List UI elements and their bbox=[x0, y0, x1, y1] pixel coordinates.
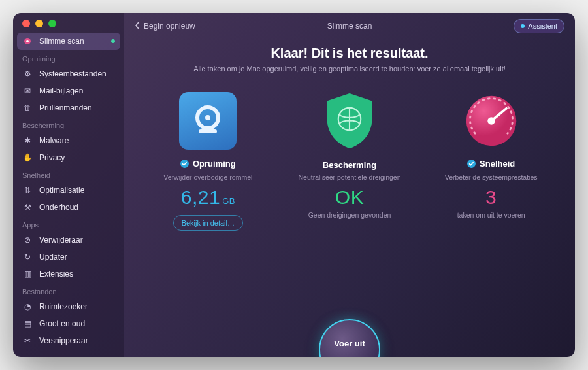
card-protection-head: Bescherming bbox=[323, 160, 376, 170]
system-files-icon: ⚙ bbox=[22, 69, 33, 79]
disk-icon bbox=[179, 92, 237, 150]
main-area: Begin opnieuw Slimme scan Assistent Klaa… bbox=[124, 13, 575, 357]
sidebar-item-label: Systeembestanden bbox=[39, 69, 106, 78]
sidebar-item-extensions[interactable]: ▥Extensies bbox=[13, 265, 124, 282]
card-cleanup-title: Opruiming bbox=[193, 159, 236, 169]
sidebar-item-maintenance[interactable]: ⚒Onderhoud bbox=[13, 199, 124, 216]
close-window[interactable] bbox=[22, 20, 30, 27]
sidebar-item-mail[interactable]: ✉Mail-bijlagen bbox=[13, 82, 124, 99]
card-protection: Bescherming Neutraliseer potentiële drei… bbox=[287, 92, 412, 219]
svg-point-1 bbox=[26, 40, 29, 42]
sidebar-item-label: Prullenmanden bbox=[39, 103, 92, 112]
card-speed: Snelheid Verbeter de systeemprestaties 3… bbox=[429, 92, 553, 219]
card-protection-footer: Geen dreigingen gevonden bbox=[287, 211, 412, 219]
sidebar-item-label: Mail-bijlagen bbox=[39, 86, 83, 95]
sidebar-item-space[interactable]: ◔Ruimtezoeker bbox=[13, 298, 124, 315]
uninstaller-icon: ⊘ bbox=[22, 235, 33, 245]
sidebar-item-label: Extensies bbox=[39, 269, 73, 278]
sidebar-group-label: Bestanden bbox=[13, 282, 124, 298]
card-cleanup-value: 6,21GB bbox=[146, 186, 270, 209]
card-speed-title: Snelheid bbox=[480, 159, 515, 169]
run-button-wrap: Voer uit bbox=[319, 319, 380, 357]
card-cleanup-subtitle: Verwijder overbodige rommel bbox=[146, 173, 270, 182]
svg-point-3 bbox=[205, 115, 210, 120]
result-cards: Opruiming Verwijder overbodige rommel 6,… bbox=[124, 92, 575, 231]
card-cleanup: Opruiming Verwijder overbodige rommel 6,… bbox=[146, 92, 270, 231]
sidebar-group-label: Apps bbox=[13, 216, 124, 231]
run-button[interactable]: Voer uit bbox=[319, 319, 380, 357]
sidebar-item-label: Malware bbox=[39, 136, 69, 145]
window-controls bbox=[22, 20, 56, 27]
app-window: Slimme scan Opruiming⚙Systeembestanden✉M… bbox=[13, 13, 575, 357]
sidebar-item-label: Privacy bbox=[39, 153, 65, 162]
minimize-window[interactable] bbox=[35, 20, 43, 27]
sidebar-item-label: Onderhoud bbox=[39, 203, 78, 212]
cleanup-detail-button[interactable]: Bekijk in detail… bbox=[173, 215, 243, 231]
svg-point-9 bbox=[487, 117, 495, 124]
trash-icon: 🗑 bbox=[22, 103, 33, 113]
maximize-window[interactable] bbox=[48, 20, 56, 27]
sidebar-item-large[interactable]: ▤Groot en oud bbox=[13, 315, 124, 332]
card-speed-footer: taken om uit te voeren bbox=[429, 211, 553, 219]
speedometer-icon bbox=[463, 92, 520, 150]
sidebar-item-shredder[interactable]: ✂Versnipperaar bbox=[13, 332, 124, 349]
optimize-icon: ⇅ bbox=[22, 185, 33, 195]
sidebar-group-label: Bescherming bbox=[13, 116, 124, 132]
sidebar-item-label: Updater bbox=[39, 252, 67, 261]
sidebar-item-label: Slimme scan bbox=[39, 37, 84, 46]
sidebar-item-label: Optimalisatie bbox=[39, 186, 84, 195]
sidebar: Slimme scan Opruiming⚙Systeembestanden✉M… bbox=[13, 13, 124, 357]
assistant-label: Assistent bbox=[528, 22, 557, 30]
sidebar-group-label: Snelheid bbox=[13, 166, 124, 182]
sidebar-item-label: Verwijderaar bbox=[39, 235, 83, 244]
sidebar-item-label: Ruimtezoeker bbox=[39, 302, 88, 311]
top-bar: Begin opnieuw Slimme scan Assistent bbox=[124, 13, 575, 39]
status-dot bbox=[111, 39, 115, 43]
malware-icon: ✱ bbox=[22, 135, 33, 146]
hero-subtitle: Alle taken om je Mac opgeruimd, veilig e… bbox=[144, 65, 555, 73]
assistant-button[interactable]: Assistent bbox=[514, 19, 564, 33]
sidebar-item-updater[interactable]: ↻Updater bbox=[13, 248, 124, 265]
sidebar-group-label: Opruiming bbox=[13, 50, 124, 65]
checkmark-icon bbox=[467, 160, 476, 168]
sidebar-item-privacy[interactable]: ✋Privacy bbox=[13, 149, 124, 166]
back-label: Begin opnieuw bbox=[144, 22, 195, 31]
maintenance-icon: ⚒ bbox=[22, 202, 33, 212]
card-speed-value: 3 bbox=[429, 186, 553, 209]
checkmark-icon bbox=[180, 160, 189, 168]
gauge-icon bbox=[22, 36, 33, 46]
sidebar-item-label: Groot en oud bbox=[39, 319, 85, 328]
shredder-icon: ✂ bbox=[22, 335, 33, 346]
extensions-icon: ▥ bbox=[22, 269, 33, 279]
card-protection-subtitle: Neutraliseer potentiële dreigingen bbox=[287, 173, 412, 182]
back-button[interactable]: Begin opnieuw bbox=[135, 22, 195, 31]
card-cleanup-head: Opruiming bbox=[180, 159, 236, 169]
updater-icon: ↻ bbox=[22, 252, 33, 262]
sidebar-item-system-files[interactable]: ⚙Systeembestanden bbox=[13, 65, 124, 82]
sparkle-icon bbox=[521, 24, 525, 28]
sidebar-item-label: Versnipperaar bbox=[39, 336, 88, 345]
sidebar-item-smart-scan[interactable]: Slimme scan bbox=[17, 33, 120, 50]
large-icon: ▤ bbox=[22, 318, 33, 329]
chevron-left-icon bbox=[135, 22, 140, 31]
hero-title: Klaar! Dit is het resultaat. bbox=[144, 46, 555, 61]
shield-icon bbox=[321, 92, 378, 150]
privacy-icon: ✋ bbox=[22, 152, 33, 163]
hero: Klaar! Dit is het resultaat. Alle taken … bbox=[124, 46, 575, 73]
card-speed-head: Snelheid bbox=[467, 159, 515, 169]
card-speed-subtitle: Verbeter de systeemprestaties bbox=[429, 173, 553, 182]
sidebar-item-optimize[interactable]: ⇅Optimalisatie bbox=[13, 182, 124, 199]
space-icon: ◔ bbox=[22, 301, 33, 312]
card-protection-value: OK bbox=[287, 186, 412, 209]
sidebar-item-trash[interactable]: 🗑Prullenmanden bbox=[13, 99, 124, 116]
page-title: Slimme scan bbox=[327, 22, 372, 31]
card-protection-title: Bescherming bbox=[323, 160, 376, 170]
mail-icon: ✉ bbox=[22, 86, 33, 96]
sidebar-item-uninstaller[interactable]: ⊘Verwijderaar bbox=[13, 231, 124, 248]
svg-rect-4 bbox=[199, 129, 217, 133]
sidebar-item-malware[interactable]: ✱Malware bbox=[13, 132, 124, 149]
